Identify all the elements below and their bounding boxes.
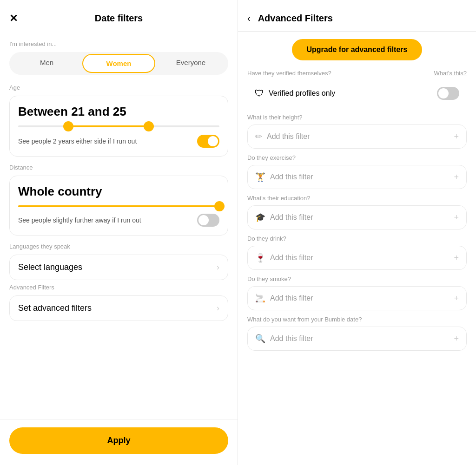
interest-label: I'm interested in... [9,40,228,47]
exercise-filter-icon: 🏋 [255,172,265,182]
age-slider-fill [68,125,149,127]
apply-bar: Apply [0,419,238,465]
back-icon[interactable]: ‹ [247,13,251,24]
smoke-filter-label: Do they smoke? [247,275,467,282]
intent-filter-icon: 🔍 [255,334,265,344]
right-panel: ‹ Advanced Filters Upgrade for advanced … [238,0,476,465]
drink-plus-icon: + [454,253,459,263]
height-filter-label: What is their height? [247,114,467,121]
exercise-plus-icon: + [454,172,459,182]
left-header: ✕ Date filters [0,0,238,31]
age-card: Between 21 and 25 See people 2 years eit… [9,96,228,157]
distance-label: Distance [9,164,228,171]
age-toggle-switch[interactable] [197,135,219,148]
distance-value: Whole country [18,184,219,199]
distance-toggle-row: See people slightly further away if I ru… [18,214,219,227]
advanced-chevron: › [217,303,219,313]
drink-filter-row[interactable]: 🍷 Add this filter + [247,246,467,270]
gender-option-women[interactable]: Women [82,54,155,73]
languages-label: Languages they speak [9,243,228,250]
right-header: ‹ Advanced Filters [238,0,476,32]
intent-filter-label: What do you want from your Bumble date? [247,316,467,323]
advanced-filters-list: What is their height? ✏ Add this filter … [247,114,467,351]
close-icon[interactable]: ✕ [9,13,18,25]
drink-filter-section: Do they drink? 🍷 Add this filter + [247,235,467,270]
distance-toggle-label: See people slightly further away if I ru… [18,216,197,224]
verified-label: Verified profiles only [269,89,335,98]
advanced-section: Advanced Filters Set advanced filters › [9,284,228,321]
verified-question-text: Have they verified themselves? [247,70,331,77]
smoke-filter-section: Do they smoke? 🚬 Add this filter + [247,275,467,310]
smoke-plus-icon: + [454,294,459,303]
height-filter-icon: ✏ [255,131,262,142]
education-filter-icon: 🎓 [255,212,265,223]
interest-section: I'm interested in... Men Women Everyone [9,40,228,75]
gender-option-everyone[interactable]: Everyone [155,54,226,73]
height-filter-row[interactable]: ✏ Add this filter + [247,124,467,149]
distance-slider-thumb[interactable] [214,201,225,211]
left-content: I'm interested in... Men Women Everyone … [0,31,238,419]
education-filter-label: What's their education? [247,195,467,202]
exercise-filter-section: Do they exercise? 🏋 Add this filter + [247,154,467,189]
exercise-filter-left: 🏋 Add this filter [255,172,313,182]
gender-option-men[interactable]: Men [11,54,82,73]
height-filter-section: What is their height? ✏ Add this filter … [247,114,467,149]
advanced-label: Advanced Filters [9,284,228,291]
languages-placeholder: Select languages [18,262,82,272]
exercise-filter-label: Do they exercise? [247,154,467,161]
age-toggle-row: See people 2 years either side if I run … [18,135,219,148]
advanced-row[interactable]: Set advanced filters › [9,295,228,321]
height-filter-left: ✏ Add this filter [255,131,310,142]
verified-left: 🛡 Verified profiles only [255,88,335,99]
intent-filter-section: What do you want from your Bumble date? … [247,316,467,351]
verified-question: Have they verified themselves? What's th… [247,70,467,77]
drink-filter-icon: 🍷 [255,253,265,263]
age-slider-track[interactable] [18,125,219,127]
languages-row[interactable]: Select languages › [9,255,228,280]
distance-slider-fill [18,205,219,207]
education-plus-icon: + [454,213,459,223]
languages-chevron: › [217,262,219,272]
exercise-filter-row[interactable]: 🏋 Add this filter + [247,165,467,189]
gender-selector: Men Women Everyone [9,52,228,75]
advanced-text: Set advanced filters [18,303,92,313]
upgrade-button[interactable]: Upgrade for advanced filters [292,39,423,60]
age-value: Between 21 and 25 [18,105,219,119]
age-slider-thumb-right[interactable] [144,121,154,131]
drink-filter-label: Do they drink? [247,235,467,242]
right-panel-title: Advanced Filters [258,13,333,24]
verified-section: Have they verified themselves? What's th… [247,70,467,106]
distance-toggle-switch[interactable] [197,214,219,227]
intent-filter-text: Add this filter [270,334,313,343]
left-panel-title: Date filters [95,13,143,24]
intent-filter-row[interactable]: 🔍 Add this filter + [247,327,467,351]
left-panel: ✕ Date filters I'm interested in... Men … [0,0,238,465]
smoke-filter-text: Add this filter [270,294,313,302]
drink-filter-left: 🍷 Add this filter [255,253,313,263]
distance-card: Whole country See people slightly furthe… [9,176,228,236]
verified-toggle-switch[interactable] [437,87,459,100]
distance-section: Distance Whole country See people slight… [9,164,228,236]
education-filter-section: What's their education? 🎓 Add this filte… [247,195,467,229]
drink-filter-text: Add this filter [270,254,313,262]
education-filter-row[interactable]: 🎓 Add this filter + [247,205,467,229]
whats-this-link[interactable]: What's this? [434,70,467,77]
exercise-filter-text: Add this filter [270,173,313,181]
age-label: Age [9,84,228,91]
shield-icon: 🛡 [255,88,264,99]
smoke-filter-row[interactable]: 🚬 Add this filter + [247,286,467,310]
smoke-filter-icon: 🚬 [255,293,265,303]
age-slider-thumb-left[interactable] [63,121,73,131]
apply-button[interactable]: Apply [9,427,228,454]
verified-row: 🛡 Verified profiles only [247,80,467,106]
height-filter-text: Add this filter [267,132,310,141]
smoke-filter-left: 🚬 Add this filter [255,293,313,303]
intent-filter-left: 🔍 Add this filter [255,334,313,344]
education-filter-left: 🎓 Add this filter [255,212,313,223]
age-section: Age Between 21 and 25 See people 2 years… [9,84,228,157]
intent-plus-icon: + [454,334,459,344]
right-content: Upgrade for advanced filters Have they v… [238,32,476,465]
age-toggle-label: See people 2 years either side if I run … [18,137,197,145]
education-filter-text: Add this filter [270,213,313,222]
distance-slider-track[interactable] [18,205,219,207]
